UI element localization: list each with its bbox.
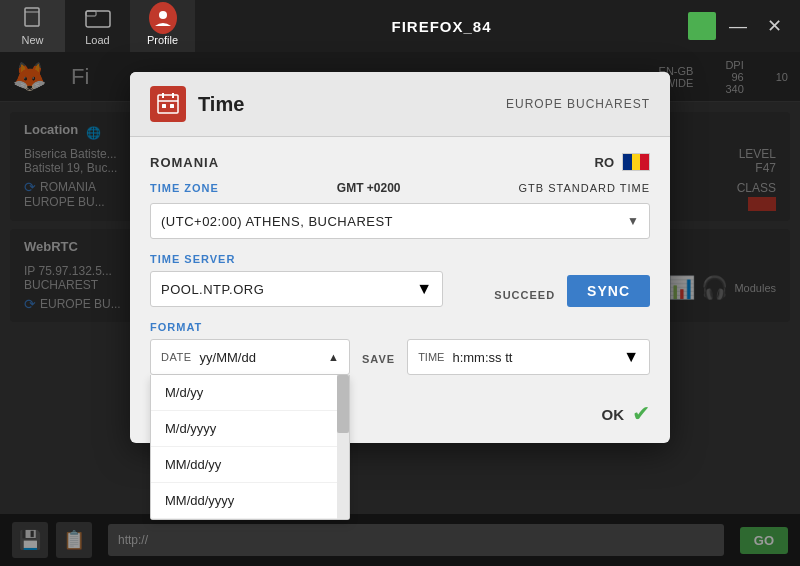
svg-rect-10 xyxy=(170,104,174,108)
server-select[interactable]: POOL.NTP.ORG ▼ xyxy=(150,271,443,307)
new-label: New xyxy=(21,34,43,46)
date-arrow-up: ▲ xyxy=(328,351,339,363)
title-bar: New Load Profile FIREFOX xyxy=(0,0,800,52)
new-icon xyxy=(19,6,47,30)
svg-rect-5 xyxy=(158,95,178,113)
date-select[interactable]: DATE yy/MM/dd ▲ xyxy=(150,339,350,375)
dropdown-item-3[interactable]: MM/dd/yyyy xyxy=(151,483,349,519)
modal-header: Time EUROPE BUCHAREST xyxy=(130,72,670,137)
nav-new[interactable]: New xyxy=(0,0,65,52)
tz-standard: GTB STANDARD TIME xyxy=(519,182,651,194)
svg-point-4 xyxy=(159,11,167,19)
nav-profile[interactable]: Profile xyxy=(130,0,195,52)
profile-label: Profile xyxy=(147,34,178,46)
format-row: DATE yy/MM/dd ▲ M/d/yy M/d/yyyy MM/dd/yy… xyxy=(150,339,650,375)
svg-rect-9 xyxy=(162,104,166,108)
load-icon xyxy=(84,6,112,30)
timezone-dropdown-arrow: ▼ xyxy=(627,214,639,228)
time-label: TIME xyxy=(418,351,444,363)
time-icon xyxy=(150,86,186,122)
dropdown-item-2[interactable]: MM/dd/yy xyxy=(151,447,349,483)
tz-value: GMT +0200 xyxy=(337,181,401,195)
minimize-button[interactable]: — xyxy=(724,12,752,40)
timezone-select[interactable]: (UTC+02:00) ATHENS, BUCHAREST ▼ xyxy=(150,203,650,239)
window-controls: — ✕ xyxy=(688,12,800,40)
svg-rect-2 xyxy=(86,11,110,27)
save-label: SAVE xyxy=(362,353,395,375)
modal-title: Time xyxy=(198,93,494,116)
tz-row: TIME ZONE GMT +0200 GTB STANDARD TIME xyxy=(150,181,650,195)
time-select[interactable]: TIME h:mm:ss tt ▼ xyxy=(407,339,650,375)
server-label: TIME SERVER xyxy=(150,253,443,265)
modal-location: EUROPE BUCHAREST xyxy=(506,97,650,111)
dropdown-scrollbar[interactable] xyxy=(337,375,349,519)
date-dropdown-list: M/d/yy M/d/yyyy MM/dd/yy MM/dd/yyyy xyxy=(150,375,350,520)
close-button[interactable]: ✕ xyxy=(760,12,788,40)
load-label: Load xyxy=(85,34,109,46)
ok-check-button[interactable]: ✔ xyxy=(632,401,650,427)
succeed-label: SUCCEED xyxy=(455,289,555,301)
time-value: h:mm:ss tt xyxy=(452,350,615,365)
nav-load[interactable]: Load xyxy=(65,0,130,52)
nav-buttons: New Load Profile xyxy=(0,0,195,52)
modal-overlay: Time EUROPE BUCHAREST ROMANIA RO TIME ZO… xyxy=(0,52,800,566)
format-section: FORMAT DATE yy/MM/dd ▲ M/d/yy xyxy=(150,321,650,375)
svg-rect-0 xyxy=(25,8,39,26)
country-row: ROMANIA RO xyxy=(150,153,650,171)
profile-icon xyxy=(149,6,177,30)
modal-body: ROMANIA RO TIME ZONE GMT +0200 GTB STAND… xyxy=(130,137,670,391)
succeed-col: SUCCEED xyxy=(455,289,555,307)
server-row: TIME SERVER POOL.NTP.ORG ▼ SUCCEED SYNC xyxy=(150,253,650,307)
country-name: ROMANIA xyxy=(150,155,219,170)
server-field: TIME SERVER POOL.NTP.ORG ▼ xyxy=(150,253,443,307)
server-dropdown-arrow: ▼ xyxy=(416,280,432,298)
date-field: DATE yy/MM/dd ▲ M/d/yy M/d/yyyy MM/dd/yy… xyxy=(150,339,350,375)
dropdown-item-0[interactable]: M/d/yy xyxy=(151,375,349,411)
timezone-select-value: (UTC+02:00) ATHENS, BUCHAREST xyxy=(161,214,627,229)
time-modal: Time EUROPE BUCHAREST ROMANIA RO TIME ZO… xyxy=(130,72,670,443)
country-flag xyxy=(622,153,650,171)
green-indicator xyxy=(688,12,716,40)
ok-text: OK xyxy=(602,406,625,423)
app-title: FIREFOX_84 xyxy=(195,18,688,35)
scroll-thumb xyxy=(337,375,349,433)
sync-button[interactable]: SYNC xyxy=(567,275,650,307)
date-value: yy/MM/dd xyxy=(200,350,321,365)
format-label: FORMAT xyxy=(150,321,650,333)
date-label: DATE xyxy=(161,351,192,363)
country-right: RO xyxy=(595,153,651,171)
country-code: RO xyxy=(595,155,615,170)
scroll-track xyxy=(337,433,349,519)
server-select-value: POOL.NTP.ORG xyxy=(161,282,416,297)
dropdown-item-1[interactable]: M/d/yyyy xyxy=(151,411,349,447)
tz-label: TIME ZONE xyxy=(150,182,219,194)
time-dropdown-arrow: ▼ xyxy=(623,348,639,366)
